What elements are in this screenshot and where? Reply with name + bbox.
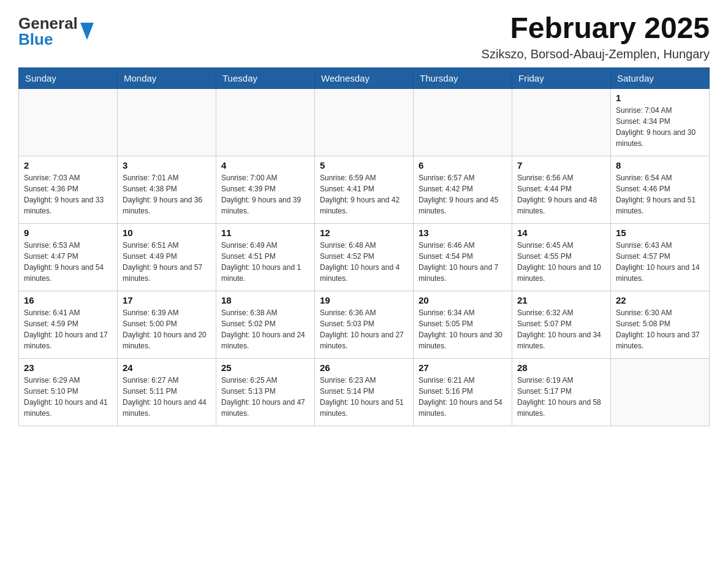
- calendar-day-cell: 7Sunrise: 6:56 AMSunset: 4:44 PMDaylight…: [512, 156, 611, 223]
- day-number: 11: [221, 228, 309, 238]
- day-of-week-header: Sunday: [19, 67, 118, 88]
- calendar-day-cell: 18Sunrise: 6:38 AMSunset: 5:02 PMDayligh…: [216, 291, 315, 358]
- day-number: 6: [419, 160, 507, 170]
- calendar-day-cell: 10Sunrise: 6:51 AMSunset: 4:49 PMDayligh…: [118, 223, 216, 291]
- calendar-day-cell: 9Sunrise: 6:53 AMSunset: 4:47 PMDaylight…: [19, 223, 118, 291]
- calendar-day-cell: 20Sunrise: 6:34 AMSunset: 5:05 PMDayligh…: [414, 291, 512, 358]
- svg-marker-0: [80, 23, 94, 40]
- calendar-week-row: 23Sunrise: 6:29 AMSunset: 5:10 PMDayligh…: [19, 358, 710, 426]
- day-info: Sunrise: 6:38 AMSunset: 5:02 PMDaylight:…: [221, 307, 309, 351]
- logo-arrow-icon: [80, 23, 94, 42]
- day-number: 28: [517, 362, 605, 373]
- calendar-day-cell: 3Sunrise: 7:01 AMSunset: 4:38 PMDaylight…: [118, 156, 216, 223]
- calendar-week-row: 1Sunrise: 7:04 AMSunset: 4:34 PMDaylight…: [19, 88, 710, 156]
- calendar-day-cell: [414, 88, 512, 156]
- location-subtitle: Szikszo, Borsod-Abauj-Zemplen, Hungary: [482, 47, 710, 61]
- calendar-day-cell: 22Sunrise: 6:30 AMSunset: 5:08 PMDayligh…: [611, 291, 710, 358]
- day-info: Sunrise: 6:49 AMSunset: 4:51 PMDaylight:…: [221, 240, 309, 284]
- calendar-day-cell: [611, 358, 710, 426]
- day-of-week-header: Saturday: [611, 67, 710, 88]
- calendar-day-cell: 1Sunrise: 7:04 AMSunset: 4:34 PMDaylight…: [611, 88, 710, 156]
- day-info: Sunrise: 6:21 AMSunset: 5:16 PMDaylight:…: [419, 375, 507, 419]
- calendar-day-cell: [512, 88, 611, 156]
- day-of-week-header: Friday: [512, 67, 611, 88]
- day-number: 23: [24, 362, 112, 373]
- month-title: February 2025: [482, 12, 710, 45]
- calendar-day-cell: 23Sunrise: 6:29 AMSunset: 5:10 PMDayligh…: [19, 358, 118, 426]
- day-info: Sunrise: 6:32 AMSunset: 5:07 PMDaylight:…: [517, 307, 605, 351]
- calendar-day-cell: 24Sunrise: 6:27 AMSunset: 5:11 PMDayligh…: [118, 358, 216, 426]
- logo-blue: Blue: [18, 31, 78, 47]
- day-info: Sunrise: 6:51 AMSunset: 4:49 PMDaylight:…: [123, 240, 211, 284]
- day-number: 8: [616, 160, 704, 170]
- calendar-day-cell: 13Sunrise: 6:46 AMSunset: 4:54 PMDayligh…: [414, 223, 512, 291]
- day-number: 7: [517, 160, 605, 170]
- calendar-day-cell: 11Sunrise: 6:49 AMSunset: 4:51 PMDayligh…: [216, 223, 315, 291]
- day-number: 2: [24, 160, 112, 170]
- day-info: Sunrise: 6:39 AMSunset: 5:00 PMDaylight:…: [123, 307, 211, 351]
- day-number: 21: [517, 295, 605, 305]
- day-number: 26: [320, 362, 408, 373]
- day-info: Sunrise: 6:29 AMSunset: 5:10 PMDaylight:…: [24, 375, 112, 419]
- calendar-day-cell: 21Sunrise: 6:32 AMSunset: 5:07 PMDayligh…: [512, 291, 611, 358]
- day-info: Sunrise: 7:03 AMSunset: 4:36 PMDaylight:…: [24, 172, 112, 216]
- day-info: Sunrise: 6:46 AMSunset: 4:54 PMDaylight:…: [419, 240, 507, 284]
- day-number: 14: [517, 228, 605, 238]
- calendar-day-cell: [118, 88, 216, 156]
- calendar-day-cell: 26Sunrise: 6:23 AMSunset: 5:14 PMDayligh…: [315, 358, 414, 426]
- day-of-week-header: Wednesday: [315, 67, 414, 88]
- day-number: 12: [320, 228, 408, 238]
- day-info: Sunrise: 6:45 AMSunset: 4:55 PMDaylight:…: [517, 240, 605, 284]
- day-number: 3: [123, 160, 211, 170]
- day-number: 27: [419, 362, 507, 373]
- day-info: Sunrise: 7:04 AMSunset: 4:34 PMDaylight:…: [616, 105, 704, 149]
- page-header: General Blue February 2025 Szikszo, Bors…: [18, 12, 710, 61]
- day-number: 15: [616, 228, 704, 238]
- calendar-day-cell: 17Sunrise: 6:39 AMSunset: 5:00 PMDayligh…: [118, 291, 216, 358]
- calendar-day-cell: [315, 88, 414, 156]
- day-info: Sunrise: 6:41 AMSunset: 4:59 PMDaylight:…: [24, 307, 112, 351]
- calendar-week-row: 2Sunrise: 7:03 AMSunset: 4:36 PMDaylight…: [19, 156, 710, 223]
- calendar-week-row: 9Sunrise: 6:53 AMSunset: 4:47 PMDaylight…: [19, 223, 710, 291]
- title-area: February 2025 Szikszo, Borsod-Abauj-Zemp…: [482, 12, 710, 61]
- day-info: Sunrise: 6:36 AMSunset: 5:03 PMDaylight:…: [320, 307, 408, 351]
- day-info: Sunrise: 7:01 AMSunset: 4:38 PMDaylight:…: [123, 172, 211, 216]
- day-number: 5: [320, 160, 408, 170]
- logo: General Blue: [18, 12, 94, 47]
- calendar-week-row: 16Sunrise: 6:41 AMSunset: 4:59 PMDayligh…: [19, 291, 710, 358]
- day-info: Sunrise: 6:54 AMSunset: 4:46 PMDaylight:…: [616, 172, 704, 216]
- logo-general: General: [18, 15, 78, 31]
- day-info: Sunrise: 6:43 AMSunset: 4:57 PMDaylight:…: [616, 240, 704, 284]
- calendar-day-cell: 5Sunrise: 6:59 AMSunset: 4:41 PMDaylight…: [315, 156, 414, 223]
- day-info: Sunrise: 6:34 AMSunset: 5:05 PMDaylight:…: [419, 307, 507, 351]
- day-of-week-header: Tuesday: [216, 67, 315, 88]
- day-info: Sunrise: 6:53 AMSunset: 4:47 PMDaylight:…: [24, 240, 112, 284]
- calendar-day-cell: 2Sunrise: 7:03 AMSunset: 4:36 PMDaylight…: [19, 156, 118, 223]
- day-info: Sunrise: 6:23 AMSunset: 5:14 PMDaylight:…: [320, 375, 408, 419]
- calendar-day-cell: 14Sunrise: 6:45 AMSunset: 4:55 PMDayligh…: [512, 223, 611, 291]
- calendar-day-cell: 19Sunrise: 6:36 AMSunset: 5:03 PMDayligh…: [315, 291, 414, 358]
- day-number: 20: [419, 295, 507, 305]
- day-number: 18: [221, 295, 309, 305]
- day-info: Sunrise: 6:27 AMSunset: 5:11 PMDaylight:…: [123, 375, 211, 419]
- calendar-day-cell: [19, 88, 118, 156]
- calendar-day-cell: 28Sunrise: 6:19 AMSunset: 5:17 PMDayligh…: [512, 358, 611, 426]
- day-number: 1: [616, 93, 704, 103]
- calendar-day-cell: 6Sunrise: 6:57 AMSunset: 4:42 PMDaylight…: [414, 156, 512, 223]
- calendar-day-cell: 12Sunrise: 6:48 AMSunset: 4:52 PMDayligh…: [315, 223, 414, 291]
- calendar-day-cell: 4Sunrise: 7:00 AMSunset: 4:39 PMDaylight…: [216, 156, 315, 223]
- calendar-day-cell: 15Sunrise: 6:43 AMSunset: 4:57 PMDayligh…: [611, 223, 710, 291]
- day-number: 25: [221, 362, 309, 373]
- day-number: 9: [24, 228, 112, 238]
- day-info: Sunrise: 6:30 AMSunset: 5:08 PMDaylight:…: [616, 307, 704, 351]
- day-of-week-header: Monday: [118, 67, 216, 88]
- day-of-week-header: Thursday: [414, 67, 512, 88]
- calendar-day-cell: 16Sunrise: 6:41 AMSunset: 4:59 PMDayligh…: [19, 291, 118, 358]
- calendar-day-cell: 8Sunrise: 6:54 AMSunset: 4:46 PMDaylight…: [611, 156, 710, 223]
- day-number: 4: [221, 160, 309, 170]
- calendar-header-row: SundayMondayTuesdayWednesdayThursdayFrid…: [19, 67, 710, 88]
- day-info: Sunrise: 6:59 AMSunset: 4:41 PMDaylight:…: [320, 172, 408, 216]
- day-number: 13: [419, 228, 507, 238]
- day-number: 10: [123, 228, 211, 238]
- calendar-table: SundayMondayTuesdayWednesdayThursdayFrid…: [18, 67, 710, 426]
